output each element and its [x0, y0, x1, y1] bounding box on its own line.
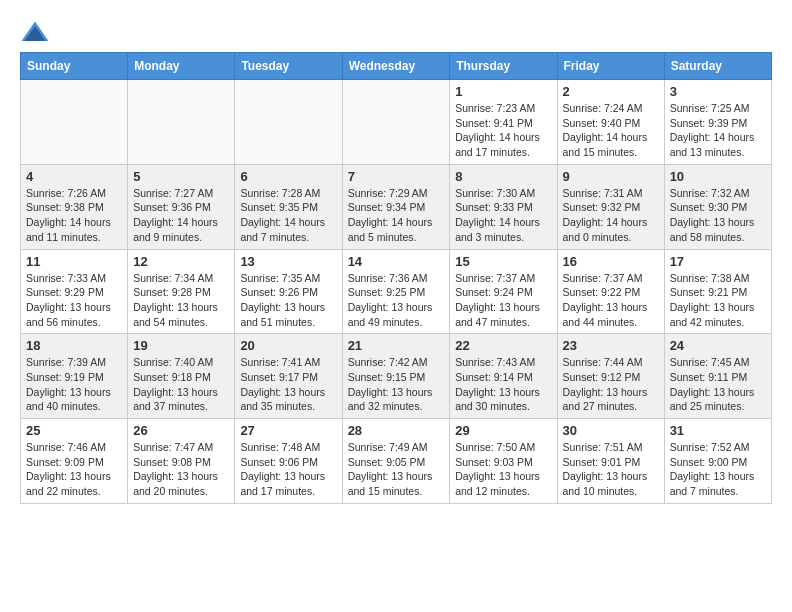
day-info: Sunrise: 7:30 AMSunset: 9:33 PMDaylight:…	[455, 186, 551, 245]
day-number: 9	[563, 169, 659, 184]
day-number: 24	[670, 338, 766, 353]
logo-icon	[20, 20, 50, 44]
day-number: 12	[133, 254, 229, 269]
day-info: Sunrise: 7:33 AMSunset: 9:29 PMDaylight:…	[26, 271, 122, 330]
day-info: Sunrise: 7:35 AMSunset: 9:26 PMDaylight:…	[240, 271, 336, 330]
day-number: 1	[455, 84, 551, 99]
day-number: 15	[455, 254, 551, 269]
day-cell: 14Sunrise: 7:36 AMSunset: 9:25 PMDayligh…	[342, 249, 450, 334]
day-number: 19	[133, 338, 229, 353]
col-header-wednesday: Wednesday	[342, 53, 450, 80]
day-cell: 13Sunrise: 7:35 AMSunset: 9:26 PMDayligh…	[235, 249, 342, 334]
day-cell: 8Sunrise: 7:30 AMSunset: 9:33 PMDaylight…	[450, 164, 557, 249]
day-cell	[21, 80, 128, 165]
day-number: 21	[348, 338, 445, 353]
day-number: 4	[26, 169, 122, 184]
day-number: 18	[26, 338, 122, 353]
day-info: Sunrise: 7:37 AMSunset: 9:22 PMDaylight:…	[563, 271, 659, 330]
day-number: 13	[240, 254, 336, 269]
day-number: 29	[455, 423, 551, 438]
day-cell: 7Sunrise: 7:29 AMSunset: 9:34 PMDaylight…	[342, 164, 450, 249]
day-cell: 12Sunrise: 7:34 AMSunset: 9:28 PMDayligh…	[128, 249, 235, 334]
day-number: 28	[348, 423, 445, 438]
header-row: SundayMondayTuesdayWednesdayThursdayFrid…	[21, 53, 772, 80]
day-info: Sunrise: 7:41 AMSunset: 9:17 PMDaylight:…	[240, 355, 336, 414]
week-row-5: 25Sunrise: 7:46 AMSunset: 9:09 PMDayligh…	[21, 419, 772, 504]
week-row-3: 11Sunrise: 7:33 AMSunset: 9:29 PMDayligh…	[21, 249, 772, 334]
day-info: Sunrise: 7:51 AMSunset: 9:01 PMDaylight:…	[563, 440, 659, 499]
page-header	[20, 20, 772, 44]
day-number: 22	[455, 338, 551, 353]
day-info: Sunrise: 7:44 AMSunset: 9:12 PMDaylight:…	[563, 355, 659, 414]
day-cell: 23Sunrise: 7:44 AMSunset: 9:12 PMDayligh…	[557, 334, 664, 419]
day-cell: 29Sunrise: 7:50 AMSunset: 9:03 PMDayligh…	[450, 419, 557, 504]
week-row-4: 18Sunrise: 7:39 AMSunset: 9:19 PMDayligh…	[21, 334, 772, 419]
day-info: Sunrise: 7:26 AMSunset: 9:38 PMDaylight:…	[26, 186, 122, 245]
day-info: Sunrise: 7:25 AMSunset: 9:39 PMDaylight:…	[670, 101, 766, 160]
day-cell: 15Sunrise: 7:37 AMSunset: 9:24 PMDayligh…	[450, 249, 557, 334]
day-number: 7	[348, 169, 445, 184]
day-number: 3	[670, 84, 766, 99]
day-info: Sunrise: 7:49 AMSunset: 9:05 PMDaylight:…	[348, 440, 445, 499]
day-cell: 17Sunrise: 7:38 AMSunset: 9:21 PMDayligh…	[664, 249, 771, 334]
day-cell: 4Sunrise: 7:26 AMSunset: 9:38 PMDaylight…	[21, 164, 128, 249]
day-info: Sunrise: 7:50 AMSunset: 9:03 PMDaylight:…	[455, 440, 551, 499]
day-number: 26	[133, 423, 229, 438]
day-info: Sunrise: 7:28 AMSunset: 9:35 PMDaylight:…	[240, 186, 336, 245]
day-info: Sunrise: 7:42 AMSunset: 9:15 PMDaylight:…	[348, 355, 445, 414]
day-cell: 21Sunrise: 7:42 AMSunset: 9:15 PMDayligh…	[342, 334, 450, 419]
day-info: Sunrise: 7:24 AMSunset: 9:40 PMDaylight:…	[563, 101, 659, 160]
day-cell: 2Sunrise: 7:24 AMSunset: 9:40 PMDaylight…	[557, 80, 664, 165]
day-cell: 5Sunrise: 7:27 AMSunset: 9:36 PMDaylight…	[128, 164, 235, 249]
day-cell: 27Sunrise: 7:48 AMSunset: 9:06 PMDayligh…	[235, 419, 342, 504]
day-number: 6	[240, 169, 336, 184]
day-cell: 20Sunrise: 7:41 AMSunset: 9:17 PMDayligh…	[235, 334, 342, 419]
day-info: Sunrise: 7:39 AMSunset: 9:19 PMDaylight:…	[26, 355, 122, 414]
day-cell: 25Sunrise: 7:46 AMSunset: 9:09 PMDayligh…	[21, 419, 128, 504]
col-header-tuesday: Tuesday	[235, 53, 342, 80]
col-header-monday: Monday	[128, 53, 235, 80]
day-info: Sunrise: 7:23 AMSunset: 9:41 PMDaylight:…	[455, 101, 551, 160]
day-number: 25	[26, 423, 122, 438]
day-number: 20	[240, 338, 336, 353]
day-cell	[128, 80, 235, 165]
day-info: Sunrise: 7:34 AMSunset: 9:28 PMDaylight:…	[133, 271, 229, 330]
day-info: Sunrise: 7:29 AMSunset: 9:34 PMDaylight:…	[348, 186, 445, 245]
week-row-1: 1Sunrise: 7:23 AMSunset: 9:41 PMDaylight…	[21, 80, 772, 165]
day-number: 2	[563, 84, 659, 99]
day-cell	[235, 80, 342, 165]
day-cell: 19Sunrise: 7:40 AMSunset: 9:18 PMDayligh…	[128, 334, 235, 419]
day-cell: 3Sunrise: 7:25 AMSunset: 9:39 PMDaylight…	[664, 80, 771, 165]
day-cell: 24Sunrise: 7:45 AMSunset: 9:11 PMDayligh…	[664, 334, 771, 419]
col-header-friday: Friday	[557, 53, 664, 80]
day-number: 27	[240, 423, 336, 438]
day-cell: 1Sunrise: 7:23 AMSunset: 9:41 PMDaylight…	[450, 80, 557, 165]
day-info: Sunrise: 7:31 AMSunset: 9:32 PMDaylight:…	[563, 186, 659, 245]
day-number: 30	[563, 423, 659, 438]
day-info: Sunrise: 7:27 AMSunset: 9:36 PMDaylight:…	[133, 186, 229, 245]
day-number: 14	[348, 254, 445, 269]
col-header-saturday: Saturday	[664, 53, 771, 80]
day-info: Sunrise: 7:37 AMSunset: 9:24 PMDaylight:…	[455, 271, 551, 330]
logo	[20, 20, 54, 44]
day-number: 11	[26, 254, 122, 269]
day-cell: 22Sunrise: 7:43 AMSunset: 9:14 PMDayligh…	[450, 334, 557, 419]
day-number: 31	[670, 423, 766, 438]
col-header-thursday: Thursday	[450, 53, 557, 80]
day-info: Sunrise: 7:52 AMSunset: 9:00 PMDaylight:…	[670, 440, 766, 499]
day-cell: 28Sunrise: 7:49 AMSunset: 9:05 PMDayligh…	[342, 419, 450, 504]
day-cell	[342, 80, 450, 165]
day-cell: 11Sunrise: 7:33 AMSunset: 9:29 PMDayligh…	[21, 249, 128, 334]
day-cell: 6Sunrise: 7:28 AMSunset: 9:35 PMDaylight…	[235, 164, 342, 249]
day-info: Sunrise: 7:48 AMSunset: 9:06 PMDaylight:…	[240, 440, 336, 499]
day-number: 10	[670, 169, 766, 184]
day-cell: 31Sunrise: 7:52 AMSunset: 9:00 PMDayligh…	[664, 419, 771, 504]
day-info: Sunrise: 7:43 AMSunset: 9:14 PMDaylight:…	[455, 355, 551, 414]
day-number: 17	[670, 254, 766, 269]
day-number: 23	[563, 338, 659, 353]
col-header-sunday: Sunday	[21, 53, 128, 80]
day-cell: 30Sunrise: 7:51 AMSunset: 9:01 PMDayligh…	[557, 419, 664, 504]
day-cell: 10Sunrise: 7:32 AMSunset: 9:30 PMDayligh…	[664, 164, 771, 249]
day-info: Sunrise: 7:47 AMSunset: 9:08 PMDaylight:…	[133, 440, 229, 499]
day-info: Sunrise: 7:32 AMSunset: 9:30 PMDaylight:…	[670, 186, 766, 245]
